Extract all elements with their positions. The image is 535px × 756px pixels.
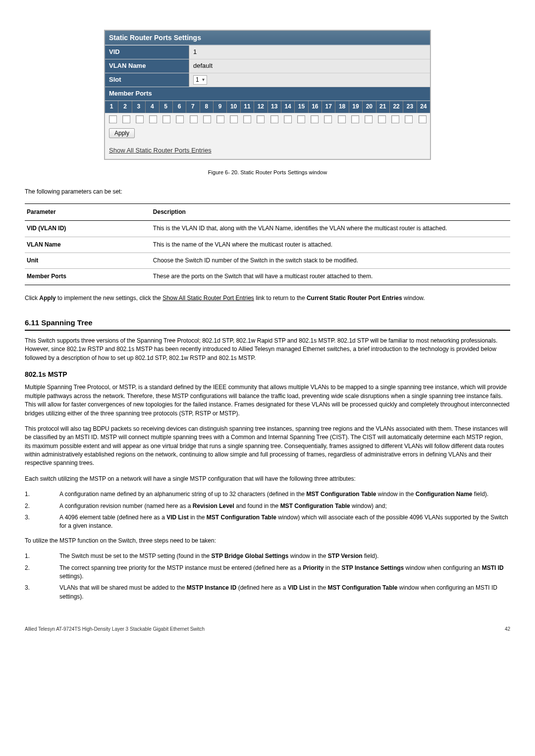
port-header-6: 6 — [173, 101, 186, 112]
port-header-9: 9 — [214, 101, 227, 112]
param-desc: This is the name of the VLAN where the m… — [151, 237, 510, 252]
port-checkbox-11[interactable] — [241, 115, 254, 123]
port-header-13: 13 — [268, 101, 281, 112]
footer-page-number: 42 — [505, 626, 510, 633]
port-header-16: 16 — [309, 101, 322, 112]
intro-params-line: The following parameters can be set: — [25, 188, 510, 196]
port-header-1: 1 — [105, 101, 118, 112]
port-checkbox-23[interactable] — [402, 115, 416, 123]
port-checkbox-20[interactable] — [362, 115, 375, 123]
chevron-down-icon: ▾ — [202, 76, 205, 84]
port-header-10: 10 — [227, 101, 240, 112]
port-checkbox-17[interactable] — [321, 115, 335, 123]
param-desc: These are the ports on the Switch that w… — [151, 269, 510, 285]
table-row: UnitChoose the Switch ID number of the S… — [25, 252, 510, 268]
port-checkbox-8[interactable] — [200, 115, 214, 123]
list-item: 2.A configuration revision number (named… — [25, 502, 510, 510]
port-header-15: 15 — [295, 101, 308, 112]
port-checkbox-4[interactable] — [147, 115, 160, 123]
mstp-paragraph-2: This protocol will also tag BDPU packets… — [25, 425, 510, 468]
ports-checkbox-row — [105, 113, 430, 125]
param-name: Member Ports — [25, 269, 151, 285]
panel-title: Static Router Ports Settings — [105, 31, 430, 45]
param-desc: This is the VLAN ID that, along with the… — [151, 221, 510, 237]
port-checkbox-12[interactable] — [254, 115, 268, 123]
parameters-table: Parameter Description VID (VLAN ID)This … — [25, 203, 510, 285]
port-checkbox-21[interactable] — [375, 115, 388, 123]
port-header-24: 24 — [417, 101, 430, 112]
static-router-ports-screenshot: Static Router Ports Settings VID 1 VLAN … — [104, 30, 431, 160]
port-header-21: 21 — [376, 101, 390, 112]
port-checkbox-13[interactable] — [268, 115, 281, 123]
port-header-14: 14 — [281, 101, 295, 112]
vlan-name-label: VLAN Name — [105, 59, 189, 73]
port-header-4: 4 — [146, 101, 159, 112]
th-parameter: Parameter — [25, 203, 151, 220]
port-header-2: 2 — [118, 101, 132, 112]
port-header-19: 19 — [349, 101, 363, 112]
param-name: VID (VLAN ID) — [25, 221, 151, 237]
port-header-11: 11 — [241, 101, 254, 112]
port-checkbox-18[interactable] — [335, 115, 348, 123]
page-footer: Allied Telesyn AT-9724TS High-Density La… — [25, 626, 510, 633]
mstp-paragraph-3: Each switch utilizing the MSTP on a netw… — [25, 475, 510, 483]
list-item: 1.The Switch must be set to the MSTP set… — [25, 552, 510, 560]
port-checkbox-16[interactable] — [308, 115, 321, 123]
mstp-paragraph-1: Multiple Spanning Tree Protocol, or MSTP… — [25, 383, 510, 418]
steps-list: 1.The Switch must be set to the MSTP set… — [25, 552, 510, 601]
port-header-23: 23 — [403, 101, 417, 112]
spanning-tree-intro: This Switch supports three versions of t… — [25, 337, 510, 362]
port-checkbox-9[interactable] — [214, 115, 227, 123]
show-all-link[interactable]: Show All Static Router Ports Entries — [109, 147, 212, 154]
figure-caption: Figure 6- 20. Static Router Ports Settin… — [25, 169, 510, 177]
port-header-22: 22 — [390, 101, 403, 112]
slot-label: Slot — [105, 73, 189, 87]
port-checkbox-24[interactable] — [416, 115, 429, 123]
port-checkbox-5[interactable] — [160, 115, 173, 123]
slot-select-value: 1 — [196, 76, 199, 84]
list-item: 3.VLANs that will be shared must be adde… — [25, 584, 510, 601]
list-item: 3.A 4096 element table (defined here as … — [25, 513, 510, 531]
show-all-inline-link[interactable]: Show All Static Router Port Entries — [162, 295, 254, 302]
port-checkbox-1[interactable] — [106, 115, 119, 123]
table-row: Member PortsThese are the ports on the S… — [25, 269, 510, 285]
list-item: 2.The correct spanning tree priority for… — [25, 564, 510, 581]
port-checkbox-19[interactable] — [348, 115, 362, 123]
port-header-8: 8 — [200, 101, 214, 112]
vid-value: 1 — [189, 46, 430, 59]
subsection-heading-mstp: 802.1s MSTP — [25, 369, 510, 379]
table-row: VLAN NameThis is the name of the VLAN wh… — [25, 237, 510, 252]
param-name: VLAN Name — [25, 237, 151, 252]
footer-left: Allied Telesyn AT-9724TS High-Density La… — [25, 626, 205, 633]
utilize-line: To utilize the MSTP function on the Swit… — [25, 537, 510, 545]
port-checkbox-6[interactable] — [173, 115, 187, 123]
port-header-20: 20 — [363, 101, 376, 112]
port-checkbox-14[interactable] — [281, 115, 294, 123]
ports-header-row: 123456789101112131415161718192021222324 — [105, 101, 430, 112]
port-checkbox-2[interactable] — [119, 115, 133, 123]
port-header-7: 7 — [186, 101, 200, 112]
port-header-18: 18 — [335, 101, 349, 112]
vlan-name-value: default — [189, 59, 430, 73]
section-heading-spanning-tree: 6.11 Spanning Tree — [25, 317, 510, 331]
after-table-paragraph: Click Apply to implement the new setting… — [25, 294, 510, 302]
list-item: 1.A configuration name defined by an alp… — [25, 490, 510, 499]
attributes-list: 1.A configuration name defined by an alp… — [25, 490, 510, 531]
port-header-5: 5 — [160, 101, 173, 112]
apply-button[interactable]: Apply — [109, 128, 135, 138]
vid-label: VID — [105, 46, 189, 59]
port-header-3: 3 — [132, 101, 146, 112]
port-checkbox-3[interactable] — [133, 115, 146, 123]
slot-select[interactable]: 1 ▾ — [193, 75, 207, 85]
param-name: Unit — [25, 252, 151, 268]
port-checkbox-10[interactable] — [227, 115, 241, 123]
port-header-12: 12 — [254, 101, 268, 112]
param-desc: Choose the Switch ID number of the Switc… — [151, 252, 510, 268]
port-checkbox-7[interactable] — [187, 115, 200, 123]
slot-value-cell: 1 ▾ — [189, 73, 430, 87]
port-checkbox-15[interactable] — [294, 115, 308, 123]
apply-inline: Apply — [39, 295, 55, 302]
th-description: Description — [151, 203, 510, 220]
table-row: VID (VLAN ID)This is the VLAN ID that, a… — [25, 221, 510, 237]
port-checkbox-22[interactable] — [389, 115, 402, 123]
